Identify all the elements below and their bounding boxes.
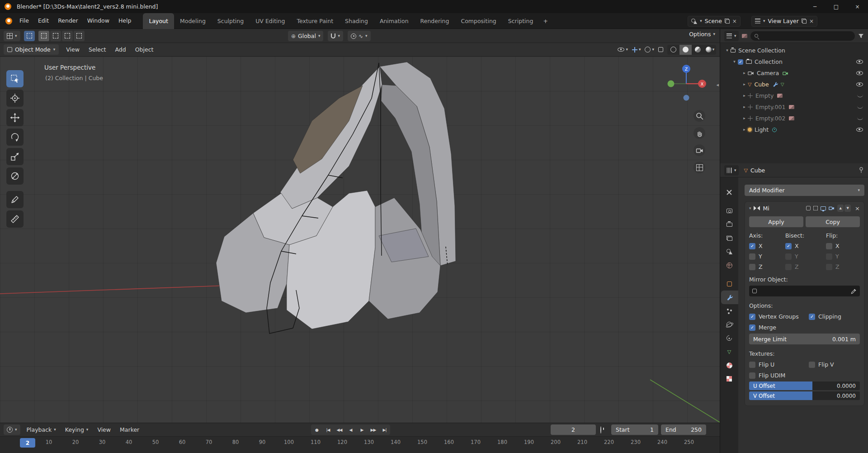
- snapping-toggle[interactable]: ▾: [328, 31, 343, 41]
- bisect-y-checkbox[interactable]: [785, 253, 792, 260]
- flip-v-checkbox[interactable]: [809, 362, 815, 368]
- flip-x-checkbox-cell[interactable]: X: [826, 243, 860, 249]
- editor-type-selector[interactable]: ▾: [4, 31, 20, 41]
- workspace-add-button[interactable]: +: [539, 13, 552, 29]
- tab-tool[interactable]: [720, 186, 738, 199]
- close-button[interactable]: ×: [847, 0, 868, 13]
- timeline-editor-selector[interactable]: ▾: [4, 424, 20, 435]
- expand-icon[interactable]: ▸: [741, 94, 748, 98]
- outliner-row-scene-collection[interactable]: ▾ Scene Collection: [720, 45, 868, 56]
- bisect-y-checkbox-cell[interactable]: Y: [785, 253, 826, 260]
- expand-icon[interactable]: ▸: [741, 128, 748, 132]
- tab-object-data[interactable]: ▽: [720, 345, 738, 358]
- workspace-tab-compositing[interactable]: Compositing: [455, 13, 502, 29]
- flip-udim-row[interactable]: Flip UDIM: [749, 372, 860, 379]
- proportional-editing-toggle[interactable]: ∿ ▾: [348, 31, 371, 41]
- clipping-checkbox[interactable]: ✓: [809, 314, 815, 320]
- jump-to-start-button[interactable]: |◀: [322, 424, 334, 435]
- axis-y-checkbox-cell[interactable]: Y: [749, 253, 785, 260]
- outliner-row-light[interactable]: ▸ Light: [720, 124, 868, 135]
- light-data-icon[interactable]: [772, 128, 777, 132]
- expand-icon[interactable]: ▸: [741, 71, 748, 75]
- axis-y-checkbox[interactable]: [749, 253, 755, 260]
- new-scene-icon[interactable]: [725, 19, 730, 24]
- expand-icon[interactable]: ▾: [749, 206, 751, 210]
- viewport-canvas[interactable]: User Perspective (2) Collection | Cube: [0, 57, 720, 423]
- workspace-tab-rendering[interactable]: Rendering: [415, 13, 455, 29]
- gizmo-y-axis[interactable]: [668, 81, 675, 87]
- jump-to-end-button[interactable]: ▶|: [379, 424, 390, 435]
- collection-exclude-checkbox[interactable]: ✓: [738, 59, 743, 65]
- tab-world[interactable]: [720, 258, 738, 272]
- apply-button[interactable]: Apply: [749, 216, 803, 227]
- delete-modifier-button[interactable]: ×: [855, 205, 860, 212]
- move-tool[interactable]: [6, 109, 24, 126]
- mesh-data-icon[interactable]: ▽: [781, 82, 784, 87]
- play-reverse-button[interactable]: ◀: [345, 424, 356, 435]
- flip-y-checkbox-cell[interactable]: Y: [826, 253, 860, 260]
- shading-material-button[interactable]: [692, 45, 704, 55]
- delete-scene-icon[interactable]: ×: [732, 19, 737, 24]
- options-button[interactable]: Options: [689, 31, 711, 38]
- new-view-layer-icon[interactable]: [802, 19, 807, 24]
- outliner-row-empty-002[interactable]: ▸ Empty.002: [720, 113, 868, 124]
- hide-toggle[interactable]: [856, 82, 863, 86]
- toggle-ortho-button[interactable]: [693, 162, 705, 173]
- merge-limit-slider[interactable]: Merge Limit 0.001 m: [749, 334, 860, 344]
- scale-tool[interactable]: [6, 148, 24, 165]
- viewport-menu-select[interactable]: Select: [84, 43, 111, 57]
- menu-edit[interactable]: Edit: [33, 14, 53, 28]
- select-mode-subtract-button[interactable]: [62, 31, 73, 41]
- expand-icon[interactable]: ▸: [741, 82, 748, 86]
- workspace-tab-scripting[interactable]: Scripting: [502, 13, 539, 29]
- workspace-tab-shading[interactable]: Shading: [339, 13, 374, 29]
- tab-material[interactable]: [720, 358, 738, 372]
- workspace-tab-sculpting[interactable]: Sculpting: [212, 13, 250, 29]
- on-cage-icon[interactable]: [813, 206, 818, 210]
- tab-constraints[interactable]: [720, 331, 738, 345]
- flip-x-checkbox[interactable]: [826, 243, 832, 249]
- hide-toggle[interactable]: [856, 128, 863, 132]
- expand-icon[interactable]: ▾: [731, 60, 738, 64]
- hide-toggle[interactable]: [856, 71, 863, 75]
- workspace-tab-uv-editing[interactable]: UV Editing: [250, 13, 291, 29]
- tab-particles[interactable]: [720, 304, 738, 318]
- breadcrumb[interactable]: ▽ Cube: [744, 167, 765, 174]
- pan-button[interactable]: [693, 127, 705, 139]
- eyedropper-icon[interactable]: [851, 288, 857, 294]
- overlays-dropdown[interactable]: ▾: [645, 47, 654, 52]
- active-tool-button[interactable]: [24, 31, 35, 41]
- outliner-row-cube[interactable]: ▸ ▽ Cube ▽: [720, 79, 868, 90]
- tab-texture[interactable]: [720, 372, 738, 386]
- mirror-object-field[interactable]: [749, 286, 860, 296]
- u-offset-field[interactable]: U Offset 0.0000: [749, 381, 860, 390]
- flip-z-checkbox[interactable]: [826, 264, 832, 270]
- navigation-gizmo[interactable]: Z X: [665, 63, 707, 105]
- move-down-button[interactable]: ▼: [844, 205, 851, 212]
- frame-start-field[interactable]: Start 1: [611, 424, 658, 435]
- workspace-tab-layout[interactable]: Layout: [143, 13, 174, 29]
- menu-window[interactable]: Window: [83, 14, 114, 28]
- merge-checkbox[interactable]: ✓: [749, 324, 755, 331]
- select-mode-intersect-button[interactable]: [74, 31, 85, 41]
- show-object-types-dropdown[interactable]: ▾: [618, 48, 628, 52]
- axis-z-checkbox[interactable]: [749, 264, 755, 270]
- modifier-name[interactable]: Mi: [763, 205, 769, 212]
- minimize-button[interactable]: ─: [804, 0, 826, 13]
- tab-modifiers[interactable]: [721, 291, 738, 304]
- outliner-row-empty[interactable]: ▸ Empty: [720, 90, 868, 101]
- bisect-z-checkbox[interactable]: [785, 264, 792, 270]
- outliner-row-collection[interactable]: ▾ ✓ Collection: [720, 56, 868, 67]
- timeline-menu-view[interactable]: View: [93, 424, 115, 436]
- timeline-ruler[interactable]: 2 10203040506070809010011012013014015016…: [0, 436, 720, 453]
- viewport-menu-view[interactable]: View: [61, 43, 84, 57]
- mesh-object[interactable]: [0, 57, 720, 423]
- timeline-menu-playback[interactable]: Playback▾: [22, 424, 61, 436]
- flip-y-checkbox[interactable]: [826, 253, 832, 260]
- outliner-editor-selector[interactable]: ▾: [724, 31, 739, 41]
- prev-keyframe-button[interactable]: ◀◀: [334, 424, 345, 435]
- outliner-search[interactable]: [750, 31, 855, 41]
- hide-toggle[interactable]: [857, 106, 863, 109]
- mode-dropdown[interactable]: Object Mode ▾: [4, 44, 59, 55]
- flip-z-checkbox-cell[interactable]: Z: [826, 263, 860, 270]
